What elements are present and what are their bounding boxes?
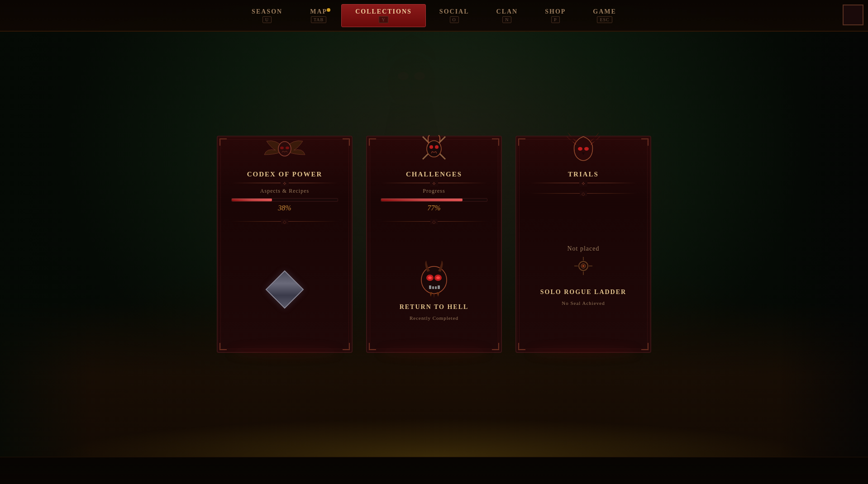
svg-rect-19: [435, 286, 437, 289]
card-top-icon-trials: [561, 130, 606, 166]
card-divider-top: [381, 183, 488, 183]
nav-label-game: GAME: [593, 8, 616, 15]
nav-key-game: ESC: [597, 16, 612, 23]
progress-fill-challenges: [381, 199, 463, 201]
svg-rect-17: [429, 285, 431, 289]
progress-percentage-codex: 38%: [231, 204, 339, 212]
nav-label-map: MAP: [310, 8, 327, 15]
svg-point-4: [278, 142, 291, 156]
card-codex[interactable]: CODEX OF POWERAspects & Recipes38%: [217, 136, 353, 353]
svg-point-22: [584, 147, 589, 151]
card-divider-bottom: [530, 193, 637, 194]
nav-item-shop[interactable]: SHOPP: [531, 5, 579, 27]
progress-bar-codex: [231, 198, 339, 202]
monster-skull-icon: [414, 258, 454, 299]
svg-point-16: [436, 276, 440, 279]
card-top-icon-codex: [262, 130, 307, 166]
nav-label-collections: COLLECTIONS: [355, 8, 412, 15]
map-indicator-dot: [327, 8, 330, 12]
event-title-trials: SOLO ROGUE LADDER: [540, 289, 626, 296]
svg-point-21: [578, 147, 582, 151]
nav-item-collections[interactable]: COLLECTIONSY: [341, 4, 426, 27]
card-top-icon-challenges: [411, 130, 457, 166]
nav-label-social: SOCIAL: [439, 8, 469, 15]
progress-fill-codex: [232, 199, 272, 201]
card-subtitle-codex: Aspects & Recipes: [260, 188, 309, 195]
card-subtitle-challenges: Progress: [423, 188, 445, 195]
card-divider-top: [231, 183, 339, 183]
nav-item-clan[interactable]: CLANN: [483, 5, 532, 27]
bottom-status-bar: [0, 457, 868, 484]
nav-item-game[interactable]: GAMEESC: [579, 5, 630, 27]
svg-point-10: [429, 145, 433, 149]
corner-ornament-br: [492, 343, 499, 350]
progress-bar-challenges: [381, 198, 488, 202]
svg-point-15: [428, 276, 432, 279]
svg-point-29: [582, 265, 584, 267]
svg-rect-20: [438, 285, 440, 289]
nav-label-shop: SHOP: [545, 8, 566, 15]
progress-percentage-challenges: 77%: [381, 204, 488, 212]
diamond-icon: [267, 271, 303, 308]
nav-key-shop: P: [551, 16, 560, 23]
card-divider-bottom: [231, 221, 339, 222]
svg-point-12: [421, 266, 447, 294]
corner-ornament-bl: [219, 343, 227, 350]
nav-key-map: TAB: [311, 16, 326, 23]
corner-ornament-br: [343, 343, 350, 350]
nav-key-season: U: [262, 16, 272, 23]
close-button[interactable]: [843, 5, 863, 25]
event-subtitle-trials: No Seal Achieved: [562, 300, 605, 306]
nav-key-social: O: [450, 16, 459, 23]
nav-key-clan: N: [502, 16, 511, 23]
card-title-codex: CODEX OF POWER: [238, 171, 332, 178]
svg-point-11: [435, 145, 439, 149]
corner-ornament-bl: [518, 343, 525, 350]
card-divider-bottom: [381, 221, 488, 222]
card-trials[interactable]: TRIALSNot placed SOLO ROGUE LADDERNo Sea…: [515, 136, 651, 353]
main-content-area: CODEX OF POWERAspects & Recipes38% CHALL…: [0, 32, 868, 457]
card-header-decoration: [367, 128, 501, 168]
nav-item-season[interactable]: SEASONU: [238, 5, 296, 27]
svg-point-5: [280, 147, 284, 149]
svg-rect-18: [432, 286, 434, 289]
corner-ornament-br: [641, 343, 649, 350]
card-icon-area-codex: [267, 227, 303, 352]
card-icon-area-challenges: RETURN TO HELLRecently Completed: [400, 227, 469, 352]
card-icon-area-trials: Not placed SOLO ROGUE LADDERNo Seal Achi…: [540, 199, 626, 352]
rogue-icon: [570, 257, 597, 284]
nav-label-clan: CLAN: [496, 8, 518, 15]
nav-item-map[interactable]: MAPTAB: [296, 5, 341, 27]
card-header-decoration: [516, 128, 650, 168]
diamond-shape: [266, 270, 304, 309]
nav-item-social[interactable]: SOCIALO: [426, 5, 483, 27]
progress-container-codex: 38%: [231, 198, 339, 212]
top-navigation: SEASONUMAPTABCOLLECTIONSYSOCIALOCLANNSHO…: [0, 0, 868, 32]
not-placed-text: Not placed: [567, 245, 599, 252]
event-title-challenges: RETURN TO HELL: [400, 304, 469, 311]
nav-key-collections: Y: [379, 16, 388, 23]
card-header-decoration: [218, 128, 352, 168]
card-title-trials: TRIALS: [559, 171, 608, 178]
card-divider-top: [530, 183, 637, 183]
nav-label-season: SEASON: [252, 8, 282, 15]
svg-point-6: [286, 147, 289, 149]
card-challenges[interactable]: CHALLENGESProgress77% RETURN TO HELLRece…: [366, 136, 502, 353]
progress-container-challenges: 77%: [381, 198, 488, 212]
event-subtitle-challenges: Recently Completed: [410, 315, 458, 321]
card-title-challenges: CHALLENGES: [397, 171, 471, 178]
corner-ornament-bl: [369, 343, 376, 350]
